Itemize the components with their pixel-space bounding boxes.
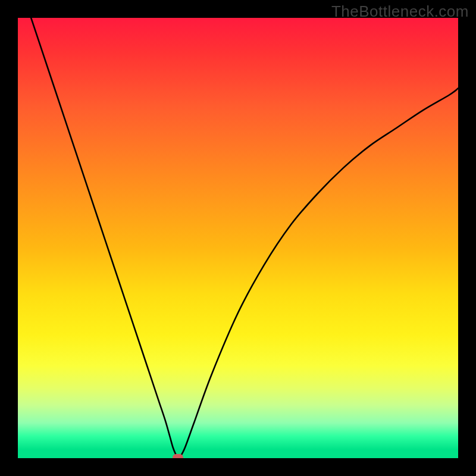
bottleneck-curve-path <box>31 18 458 458</box>
curve-svg <box>18 18 458 458</box>
watermark-text: TheBottleneck.com <box>331 2 469 21</box>
chart-frame: TheBottleneck.com <box>0 0 476 476</box>
minimum-marker <box>173 454 183 458</box>
plot-area <box>18 18 458 458</box>
